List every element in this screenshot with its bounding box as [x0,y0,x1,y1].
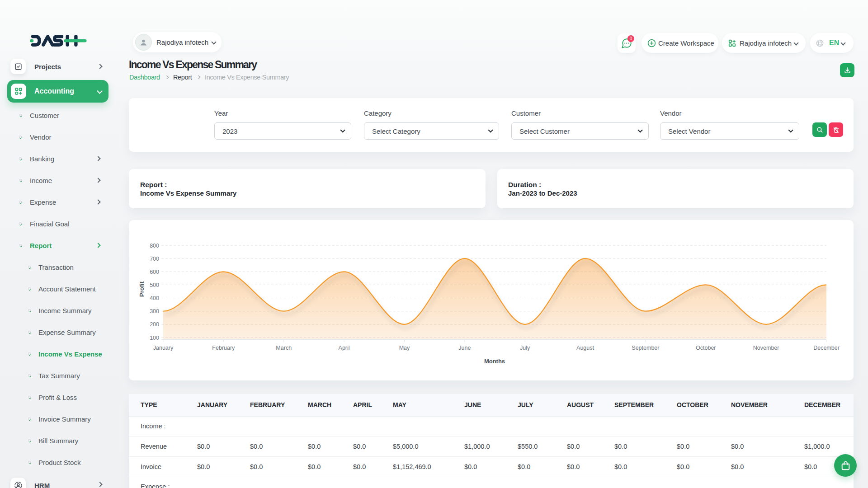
svg-text:100: 100 [150,335,159,341]
svg-text:April: April [339,345,350,351]
svg-text:July: July [520,345,530,351]
svg-text:Profit: Profit [138,281,145,297]
svg-text:700: 700 [150,256,159,262]
svg-text:200: 200 [150,321,159,328]
svg-text:August: August [576,345,594,351]
svg-text:500: 500 [150,282,159,288]
svg-text:May: May [399,345,410,351]
svg-text:400: 400 [150,295,159,301]
svg-text:October: October [696,345,716,351]
svg-text:January: January [153,345,174,351]
svg-text:300: 300 [150,308,159,314]
svg-text:800: 800 [150,243,159,249]
svg-text:Months: Months [484,358,505,365]
svg-text:June: June [458,345,471,351]
svg-text:February: February [212,345,235,351]
svg-text:November: November [753,345,779,351]
svg-text:600: 600 [150,269,159,275]
svg-text:December: December [813,345,840,351]
svg-text:March: March [276,345,292,351]
svg-text:September: September [632,345,659,351]
